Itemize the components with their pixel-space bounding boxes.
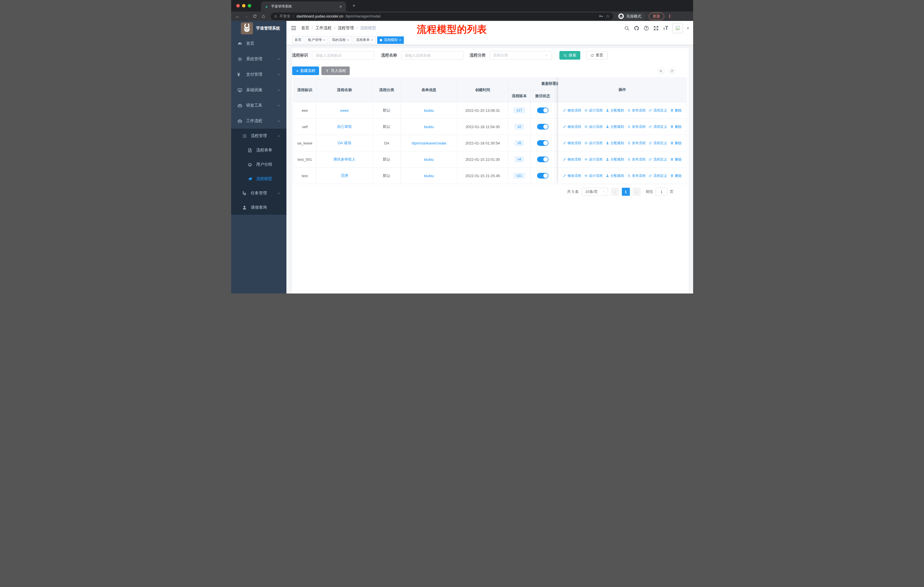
page-size-select[interactable]: 10条/页 [582, 188, 608, 196]
op-edit-link[interactable]: 修改流程 [563, 157, 581, 162]
op-publish-link[interactable]: 发布流程 [627, 157, 645, 162]
avatar-caret-icon[interactable] [687, 26, 689, 30]
op-design-link[interactable]: 设计流程 [584, 174, 602, 178]
sidebar-logo[interactable]: 芋道管理系统 [231, 21, 286, 36]
op-publish-link[interactable]: 发布流程 [627, 108, 645, 113]
tag-tenant[interactable]: 租户管理 [305, 36, 328, 44]
reload-button[interactable] [251, 13, 259, 20]
op-assign-rule-link[interactable]: 分配规则 [606, 174, 624, 178]
category-select[interactable]: 流程分类 [490, 51, 552, 60]
op-assign-rule-link[interactable]: 分配规则 [606, 157, 624, 162]
form-info-link[interactable]: biubiu [424, 125, 434, 129]
sidebar-item-system[interactable]: 系统管理 [231, 51, 286, 67]
close-window-button[interactable] [236, 4, 240, 7]
op-design-link[interactable]: 设计流程 [584, 141, 602, 146]
sidebar-item-task-mgmt[interactable]: 任务管理 [231, 186, 286, 200]
active-toggle[interactable] [537, 124, 548, 129]
op-definition-link[interactable]: 流程定义 [649, 141, 667, 146]
model-name-link[interactable]: OA 请假 [338, 141, 351, 146]
op-design-link[interactable]: 设计流程 [584, 124, 602, 129]
address-bar[interactable]: 不安全 dashboard.yudao.iocoder.cn/bpm/manag… [271, 13, 613, 20]
tag-close-icon[interactable] [399, 38, 401, 42]
tab-close-icon[interactable] [339, 4, 342, 9]
op-edit-link[interactable]: 修改流程 [563, 124, 581, 129]
sidebar-item-process-mgmt[interactable]: 流程管理 [231, 129, 286, 143]
sidebar-item-payment[interactable]: 支付管理 [231, 67, 286, 82]
sidebar-item-user-group[interactable]: 用户分组 [231, 157, 286, 172]
sidebar-item-process-form[interactable]: 流程表单 [231, 143, 286, 157]
collapse-sidebar-icon[interactable] [291, 25, 297, 31]
process-key-input[interactable] [312, 51, 375, 60]
op-definition-link[interactable]: 流程定义 [649, 174, 667, 178]
active-toggle[interactable] [537, 140, 548, 146]
tag-process-form[interactable]: 流程表单 [353, 36, 376, 44]
tag-home[interactable]: 首页 [292, 36, 304, 44]
bookmark-star-icon[interactable]: ☆ [606, 13, 609, 19]
op-design-link[interactable]: 设计流程 [584, 108, 602, 113]
op-publish-link[interactable]: 发布流程 [627, 174, 645, 178]
create-process-button[interactable]: 新建流程 [292, 66, 319, 75]
zoom-window-button[interactable] [248, 4, 251, 7]
process-name-input[interactable] [401, 51, 464, 60]
goto-page-input[interactable] [656, 188, 668, 196]
active-toggle[interactable] [537, 173, 548, 179]
browser-update-button[interactable]: 更新 [649, 13, 664, 20]
op-assign-rule-link[interactable]: 分配规则 [606, 141, 624, 146]
github-icon[interactable] [634, 25, 639, 31]
breadcrumb-home[interactable]: 首页 [301, 25, 309, 31]
key-icon[interactable] [599, 14, 604, 19]
active-toggle[interactable] [537, 157, 548, 162]
model-name-link[interactable]: 自己审批 [337, 124, 352, 129]
avatar[interactable] [673, 23, 683, 33]
next-page-button[interactable] [633, 188, 641, 196]
sidebar-item-infra[interactable]: 基础设施 [231, 82, 286, 98]
sidebar-item-leave-query[interactable]: 请假查询 [231, 200, 286, 215]
tag-process-model-active[interactable]: 流程模型 [377, 36, 404, 44]
help-icon[interactable] [644, 25, 649, 31]
op-definition-link[interactable]: 流程定义 [649, 108, 667, 113]
form-info-link[interactable]: /bpm/oa/leave/create [412, 141, 446, 146]
active-toggle[interactable] [537, 107, 548, 113]
op-delete-link[interactable]: 删除 [670, 174, 682, 178]
op-edit-link[interactable]: 修改流程 [563, 174, 581, 178]
tag-close-icon[interactable] [371, 38, 373, 42]
sidebar-item-home[interactable]: 首页 [231, 36, 286, 51]
form-info-link[interactable]: biubiu [424, 157, 434, 162]
sidebar-item-workflow[interactable]: 工作流程 [231, 113, 286, 129]
tag-close-icon[interactable] [347, 38, 350, 42]
breadcrumb-process-mgmt[interactable]: 流程管理 [338, 25, 354, 31]
model-name-link[interactable]: eeee [340, 108, 348, 112]
home-button[interactable] [260, 13, 267, 20]
refresh-table-button[interactable] [669, 68, 675, 74]
search-icon[interactable] [624, 25, 630, 31]
op-delete-link[interactable]: 删除 [670, 124, 682, 129]
browser-menu-icon[interactable] [668, 14, 672, 19]
form-info-link[interactable]: biubiu [424, 174, 434, 178]
op-design-link[interactable]: 设计流程 [584, 157, 602, 162]
op-edit-link[interactable]: 修改流程 [563, 108, 581, 113]
page-number-button[interactable]: 1 [622, 188, 630, 196]
op-assign-rule-link[interactable]: 分配规则 [606, 124, 624, 129]
model-name-link[interactable]: 测试多审批人 [333, 157, 356, 162]
tag-close-icon[interactable] [323, 38, 326, 42]
model-name-link[interactable]: 滔博 [341, 173, 348, 178]
op-assign-rule-link[interactable]: 分配规则 [606, 108, 624, 113]
form-info-link[interactable]: biubiu [424, 108, 434, 112]
op-delete-link[interactable]: 删除 [670, 141, 682, 146]
show-search-toggle-button[interactable] [658, 68, 665, 74]
browser-tab[interactable]: 芋道管理系统 [261, 2, 346, 12]
new-tab-button[interactable] [351, 2, 358, 9]
op-publish-link[interactable]: 发布流程 [627, 141, 645, 146]
sidebar-item-process-model[interactable]: 流程模型 [231, 172, 286, 186]
tag-my-process[interactable]: 我的流程 [329, 36, 352, 44]
forward-button[interactable] [243, 13, 250, 20]
op-delete-link[interactable]: 删除 [670, 157, 682, 162]
op-definition-link[interactable]: 流程定义 [649, 124, 667, 129]
breadcrumb-workflow[interactable]: 工作流程 [315, 25, 332, 31]
search-button[interactable]: 搜索 [559, 51, 580, 60]
op-edit-link[interactable]: 修改流程 [563, 141, 581, 146]
minimize-window-button[interactable] [242, 4, 246, 7]
back-button[interactable] [234, 13, 241, 20]
fullscreen-icon[interactable] [653, 25, 659, 31]
import-process-button[interactable]: 导入流程 [322, 66, 350, 75]
